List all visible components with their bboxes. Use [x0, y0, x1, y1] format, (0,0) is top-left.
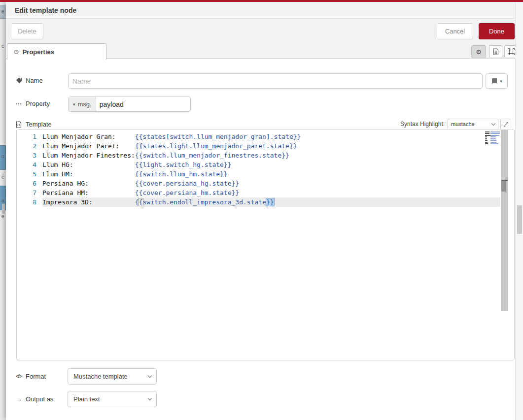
workspace-text-fragment: e	[1, 174, 4, 180]
workspace-text-fragment: o	[1, 154, 4, 159]
editor-line[interactable]: 6Persiana HG: {{cover.persiana_hg.state}…	[17, 179, 514, 188]
caret-down-icon: ▾	[73, 102, 75, 107]
editor-scrollbar[interactable]	[501, 130, 508, 311]
editor-line[interactable]: 7Persiana HM: {{cover.persiana_hm.state}…	[17, 188, 514, 197]
template-label-text: Template	[26, 121, 52, 128]
editor-line[interactable]: 3Llum Menjador Finestres:{{switch.llum_m…	[17, 151, 514, 160]
line-content: Llum HG: {{light.switch_hg.state}}	[42, 160, 500, 169]
line-content: Persiana HG: {{cover.persiana_hg.state}}	[42, 179, 500, 188]
line-number: 3	[17, 151, 36, 160]
editor-line[interactable]: 1Llum Menjador Gran: {{states[switch.llu…	[17, 132, 514, 141]
line-number: 5	[17, 169, 36, 179]
tab-strip: ⚙ Properties ⚙	[6, 43, 515, 59]
done-button[interactable]: Done	[479, 23, 515, 39]
line-number: 4	[17, 160, 36, 169]
file-code-icon	[15, 121, 23, 128]
editor-expand-button[interactable]	[500, 119, 511, 129]
tab-properties-label: Properties	[23, 48, 54, 56]
name-label-text: Name	[26, 77, 43, 84]
editor-minimap[interactable]	[485, 131, 501, 145]
tag-icon	[15, 77, 23, 84]
line-number: 8	[17, 197, 36, 207]
line-content: Impresora 3D: {{switch.endoll_impresora_…	[42, 197, 500, 207]
editor-line[interactable]: 4Llum HG: {{light.switch_hg.state}}	[17, 160, 514, 169]
node-description-button[interactable]	[489, 45, 502, 58]
workspace-text-fragment: e	[1, 214, 4, 219]
output-row-label: → Output as	[15, 395, 53, 403]
format-row-label: </> Format	[15, 373, 46, 380]
app-header-bar	[0, 0, 523, 2]
dialog-title: Edit template node	[15, 2, 76, 19]
cancel-button[interactable]: Cancel	[437, 23, 473, 39]
chevron-down-icon	[491, 121, 495, 125]
dialog-toolbar: Delete Cancel Done	[6, 19, 515, 43]
gear-icon: ⚙	[476, 49, 482, 55]
tab-properties[interactable]: ⚙ Properties	[7, 43, 106, 60]
expand-arrows-icon	[503, 122, 509, 127]
workspace-backdrop: ecoeae	[0, 2, 6, 420]
property-label-text: Property	[26, 100, 50, 107]
ellipsis-icon: ···	[15, 100, 23, 107]
caret-down-icon: ▾	[500, 79, 502, 84]
line-content: Llum Menjador Paret: {{states.light.llum…	[42, 141, 500, 151]
line-number: 2	[17, 141, 36, 151]
line-number: 6	[17, 179, 36, 188]
label-options-button[interactable]: ▾	[486, 73, 508, 89]
book-icon	[491, 78, 498, 84]
editor-scrollbar-thumb[interactable]	[501, 181, 506, 192]
format-select[interactable]: Mustache template	[68, 368, 157, 385]
output-select[interactable]: Plain text	[68, 391, 157, 407]
editor-line[interactable]: 8Impresora 3D: {{switch.endoll_impresora…	[17, 197, 514, 207]
selection-frame-icon	[508, 48, 515, 55]
template-code-editor[interactable]: 1Llum Menjador Gran: {{states[switch.llu…	[16, 129, 515, 360]
editor-line[interactable]: 5Llum HM: {{switch.llum_hm.state}}	[17, 169, 514, 179]
property-row-label: ··· Property	[15, 100, 50, 107]
document-icon	[493, 48, 499, 55]
format-label-text: Format	[26, 373, 46, 380]
name-row-label: Name	[15, 77, 43, 84]
line-content: Llum Menjador Finestres:{{switch.llum_me…	[42, 151, 500, 160]
workspace-text-fragment: c	[1, 43, 4, 49]
syntax-highlight-value: mustache	[451, 121, 475, 127]
line-content: Llum HM: {{switch.llum_hm.state}}	[42, 169, 500, 179]
dialog-header: Edit template node	[6, 2, 515, 19]
syntax-highlight-select[interactable]: mustache	[448, 119, 498, 129]
name-input[interactable]	[68, 73, 483, 89]
line-content: Persiana HM: {{cover.persiana_hm.state}}	[42, 188, 500, 197]
format-select-value: Mustache template	[73, 373, 128, 380]
template-row-label: Template	[15, 121, 52, 128]
editor-lines: 1Llum Menjador Gran: {{states[switch.llu…	[17, 132, 514, 207]
chevron-down-icon	[148, 374, 152, 378]
property-type-button[interactable]: ▾ msg.	[69, 97, 96, 111]
properties-gear-icon: ⚙	[13, 49, 19, 55]
workspace-scrollbar-fragment	[2, 204, 5, 214]
arrow-right-icon: →	[15, 395, 23, 403]
output-label-text: Output as	[26, 395, 53, 403]
line-number: 1	[17, 132, 36, 141]
edit-properties-button[interactable]: ⚙	[471, 45, 486, 58]
property-typed-input: ▾ msg. payload	[68, 97, 191, 112]
page-scrollbar[interactable]	[515, 2, 523, 420]
property-value[interactable]: payload	[96, 97, 124, 111]
edit-template-dialog: Edit template node Delete Cancel Done ⚙ …	[6, 2, 515, 420]
page-scrollbar-thumb[interactable]	[517, 205, 522, 234]
minimap-line	[485, 143, 501, 145]
chevron-down-icon	[148, 396, 152, 400]
line-content: Llum Menjador Gran: {{states[switch.llum…	[42, 132, 500, 141]
syntax-highlight-label: Syntax Highlight:	[400, 121, 445, 128]
workspace-text-fragment: a	[1, 198, 4, 203]
output-select-value: Plain text	[73, 395, 100, 403]
workspace-text-fragment: e	[1, 9, 4, 14]
delete-button[interactable]: Delete	[11, 23, 43, 39]
code-icon: </>	[15, 374, 23, 379]
property-type-label: msg.	[78, 100, 92, 108]
line-number: 7	[17, 188, 36, 197]
editor-line[interactable]: 2Llum Menjador Paret: {{states.light.llu…	[17, 141, 514, 151]
